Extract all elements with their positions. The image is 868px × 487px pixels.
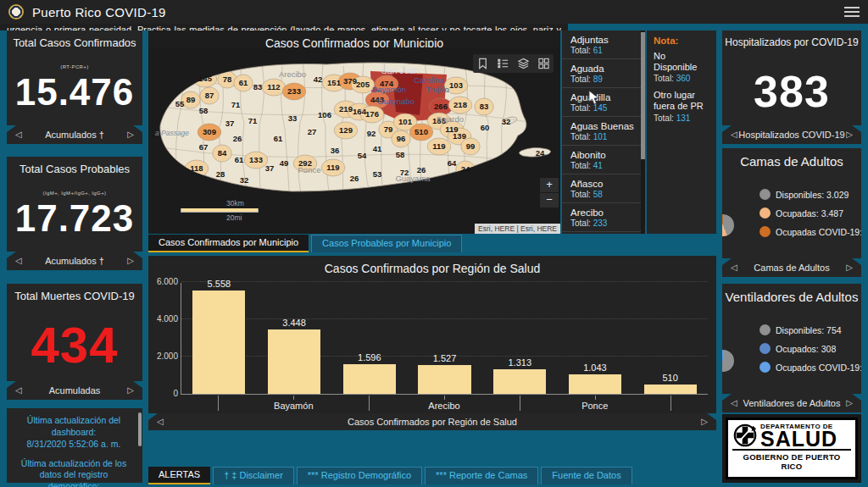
bottom-tab[interactable]: *** Reporte de Camas [425, 467, 538, 484]
next-arrow[interactable]: ▷ [701, 417, 708, 426]
dashboard-update-value: 8/31/2020 5:52:06 a. m. [14, 439, 134, 451]
legend-dot-icon [760, 362, 771, 373]
map-place-label: Trujillo [426, 85, 449, 94]
municipality-list-item[interactable]: Arecibo Total: 233 [562, 203, 645, 232]
municipality-count-label: 83 [480, 102, 489, 111]
prev-arrow[interactable]: ◁ [731, 398, 737, 407]
municipality-count-label: 78 [223, 75, 232, 84]
municipality-count-label: 119 [432, 141, 445, 151]
layers-icon[interactable] [517, 57, 530, 70]
ventilators-legend: Disponibles: 754Ocupados: 308Ocupados CO… [760, 324, 861, 373]
next-arrow[interactable]: ▷ [846, 263, 853, 272]
nota-item: No DisponibleTotal: 360 [654, 51, 711, 83]
bar-column[interactable]: 1.527 [407, 353, 482, 394]
beds-legend: Disponibles: 3.029Ocupadas: 3.487Ocupada… [760, 189, 861, 237]
footer-label: Casos Confirmados por Región de Salud [348, 417, 517, 427]
municipality-total: Total: 58 [570, 190, 643, 199]
municipality-list-item[interactable]: Arroyo Total: 26 [562, 232, 645, 234]
footer-label: Ventiladores de Adultos [743, 398, 841, 408]
map-place-label: Ponce [298, 165, 321, 174]
footer-label: Hospitalizados COVID-19 [738, 130, 844, 140]
zoom-in-button[interactable]: + [540, 178, 559, 192]
municipality-count-label: 55 [175, 99, 185, 108]
legend-label: Ocupadas COVID-19: 383 [776, 227, 861, 237]
bar-column[interactable]: 510 [632, 373, 708, 394]
next-arrow[interactable]: ▷ [127, 130, 134, 139]
list-scrollbar[interactable] [641, 30, 645, 234]
probable-cases-value: 17.723 [7, 197, 142, 240]
bar-column[interactable]: 1.596 [331, 352, 407, 394]
municipality-list-item[interactable]: Añasco Total: 58 [562, 174, 645, 203]
municipality-count-label: 112 [267, 82, 280, 91]
municipality-name: Aguadilla [570, 92, 643, 102]
municipality-list-item[interactable]: Aguadilla Total: 145 [562, 88, 645, 117]
nota-item: Otro lugar fuera de PRTotal: 131 [654, 90, 711, 122]
legend-icon[interactable] [497, 57, 509, 70]
y-axis-tick: 6.000 [151, 277, 178, 286]
legend-row: Disponibles: 3.029 [760, 189, 861, 200]
bar-value-label: 1.313 [508, 357, 531, 368]
bottom-tab[interactable]: † ‡ Disclaimer [213, 467, 294, 484]
dashboard-update-label: Última actualización del dashboard: [14, 415, 134, 439]
municipality-list-item[interactable]: Aibonito Total: 41 [562, 146, 645, 174]
municipality-list-item[interactable]: Aguada Total: 89 [562, 59, 645, 88]
municipality-total: Total: 233 [570, 219, 643, 228]
municipality-list-panel: Adjuntas Total: 61Aguada Total: 89Aguadi… [562, 30, 645, 234]
prev-arrow[interactable]: ◁ [157, 417, 164, 426]
bar-column[interactable]: 5.558 [181, 279, 257, 394]
zoom-out-button[interactable]: − [540, 193, 559, 208]
municipality-count-label: 61 [239, 78, 248, 87]
departamento-salud-logo: DEPARTAMENTO DE SALUD GOBIERNO DE PUERTO… [726, 418, 858, 479]
hamburger-menu-icon[interactable] [844, 4, 860, 19]
legend-label: Disponibles: 754 [776, 325, 842, 335]
municipality-count-label: 24 [536, 148, 545, 158]
municipality-count-label: 67 [199, 142, 209, 152]
prev-arrow[interactable]: ◁ [15, 256, 22, 265]
panel-footer: ◁ Ventiladores de Adultos ▷ [722, 394, 861, 412]
next-arrow[interactable]: ▷ [127, 256, 134, 265]
municipality-count-label: 92 [367, 129, 376, 138]
municipality-count-label: 118 [190, 163, 203, 173]
legend-label: Disponibles: 3.029 [776, 190, 849, 200]
map-tab[interactable]: Casos Probables por Municipio [311, 235, 462, 252]
bottom-tab[interactable]: Fuente de Datos [541, 467, 632, 484]
municipality-list-item[interactable]: Aguas Buenas Total: 101 [562, 117, 645, 146]
bar-column[interactable]: 1.043 [558, 362, 633, 394]
bar [644, 385, 697, 394]
municipality-count-label: 133 [249, 155, 263, 164]
legend-dot-icon [760, 208, 771, 219]
bottom-tab-active[interactable]: ALERTAS [148, 467, 210, 484]
next-arrow[interactable]: ▷ [846, 130, 853, 139]
nota-title: Nota: [654, 36, 711, 46]
map-canvas[interactable]: 1457861831122334215137920547410387895571… [148, 47, 560, 234]
bar-column[interactable]: 1.313 [482, 357, 558, 394]
bar-column[interactable]: 3.448 [257, 318, 332, 394]
scrollbar[interactable] [138, 412, 142, 446]
prev-arrow[interactable]: ◁ [731, 263, 737, 272]
panel-title: Hospitalizados por COVID-19 [722, 30, 861, 48]
municipality-list-item[interactable]: Adjuntas Total: 61 [562, 30, 645, 59]
map-tab-active[interactable]: Casos Confirmados por Municipio [148, 235, 309, 252]
next-arrow[interactable]: ▷ [846, 398, 853, 407]
bottom-tabs: ALERTAS† ‡ Disclaimer*** Registro Demogr… [148, 467, 632, 484]
municipality-count-label: 41 [373, 144, 382, 153]
prev-arrow[interactable]: ◁ [15, 385, 22, 395]
prev-arrow[interactable]: ◁ [15, 130, 22, 139]
bar [343, 364, 396, 394]
map-place-label: Bayamón [372, 85, 406, 94]
map-place-label: Guaynabo [377, 97, 415, 106]
bar-chart-plot: 02.0004.0006.0005.5583.4481.5961.5271.31… [181, 283, 708, 395]
chart-footer: ◁ Casos Confirmados por Región de Salud … [148, 413, 716, 430]
panel-footer: ◁ Acumulados † ▷ [7, 252, 142, 270]
municipality-count-label: 24 [461, 164, 470, 174]
municipality-count-label: 145 [198, 74, 213, 83]
bookmark-icon[interactable] [476, 57, 489, 70]
municipality-count-label: 309 [203, 127, 216, 136]
municipality-count-label: 205 [356, 80, 370, 89]
next-arrow[interactable]: ▷ [127, 385, 134, 395]
bottom-tab[interactable]: *** Registro Demográfico [297, 467, 422, 484]
municipality-count-label: 176 [365, 109, 379, 119]
basemap-icon[interactable] [537, 57, 550, 70]
prev-arrow[interactable]: ◁ [731, 130, 737, 139]
municipality-name: Aibonito [570, 150, 643, 160]
